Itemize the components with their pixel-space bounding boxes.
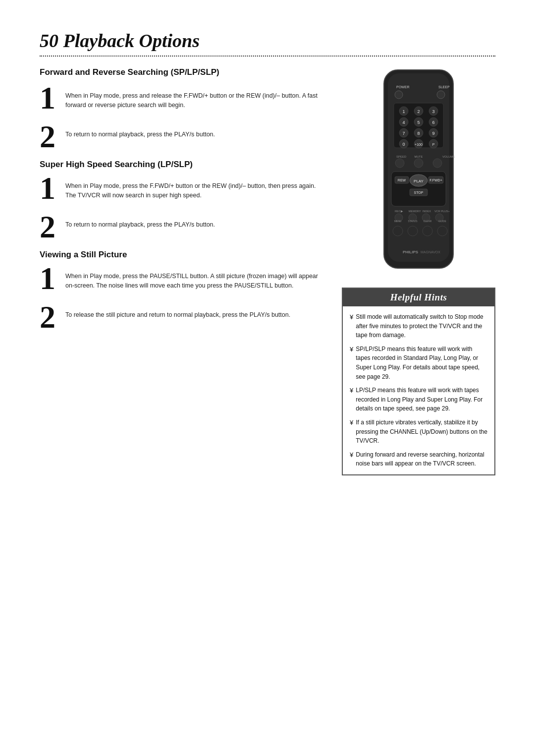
hint-text: During forward and reverse searching, ho… <box>356 450 487 468</box>
svg-text:2: 2 <box>417 109 420 114</box>
remote-control-image: POWER SLEEP 1 2 3 4 5 6 <box>364 67 473 276</box>
svg-text:MEMORY: MEMORY <box>409 210 421 213</box>
svg-point-3 <box>395 91 403 99</box>
hint-bullet: ¥ <box>350 450 353 468</box>
step-text: When in Play mode, press the PAUSE/STILL… <box>65 263 322 291</box>
step-text: To release the still picture and return … <box>65 301 290 320</box>
section-heading-forward-reverse: Forward and Reverse Searching (SP/LP/SLP… <box>40 67 322 77</box>
step-2-forward: 2 To return to normal playback, press th… <box>40 121 322 153</box>
step-text: To return to normal playback, press the … <box>65 121 215 139</box>
helpful-hints-body: ¥ Still mode will automatically switch t… <box>343 306 494 474</box>
hint-item: ¥ LP/SLP means this feature will work wi… <box>350 386 487 413</box>
hint-bullet: ¥ <box>350 386 353 413</box>
hint-item: ¥ Still mode will automatically switch t… <box>350 312 487 340</box>
svg-text:MUTE: MUTE <box>415 155 423 158</box>
hint-item: ¥ If a still picture vibrates vertically… <box>350 418 487 446</box>
svg-point-54 <box>393 226 403 236</box>
svg-text:7: 7 <box>402 131 405 136</box>
svg-text:SLEEP: SLEEP <box>438 85 450 89</box>
step-1-super: 1 When in Play mode, press the F.FWD/+ b… <box>40 173 322 204</box>
hint-bullet: ¥ <box>350 418 353 446</box>
svg-text:MENU: MENU <box>394 220 402 223</box>
svg-text:PHILIPS: PHILIPS <box>403 250 419 254</box>
svg-point-36 <box>433 159 442 168</box>
main-layout: Forward and Reverse Searching (SP/LP/SLP… <box>40 67 495 475</box>
svg-text:P: P <box>432 143 435 146</box>
hint-text: Still mode will automatically switch to … <box>356 312 487 340</box>
svg-text:REC▶: REC▶ <box>395 210 403 213</box>
left-column: Forward and Reverse Searching (SP/LP/SLP… <box>40 67 322 475</box>
section-divider <box>40 56 495 57</box>
hint-bullet: ¥ <box>350 345 353 381</box>
svg-point-5 <box>437 91 445 99</box>
svg-text:9: 9 <box>432 131 434 136</box>
step-number: 1 <box>40 263 59 294</box>
hint-text: If a still picture vibrates vertically, … <box>356 418 487 446</box>
svg-text:0: 0 <box>402 142 405 147</box>
svg-text:CLEAR: CLEAR <box>424 220 432 223</box>
step-number: 1 <box>40 173 59 204</box>
section-heading-still: Viewing a Still Picture <box>40 250 322 260</box>
svg-text:PLAY: PLAY <box>414 179 424 183</box>
svg-text:INDEX: INDEX <box>423 210 431 213</box>
svg-point-32 <box>395 159 404 168</box>
svg-text:6: 6 <box>432 120 434 125</box>
svg-text:5: 5 <box>417 120 420 125</box>
hint-item: ¥ SP/LP/SLP means this feature will work… <box>350 345 487 381</box>
step-1-still: 1 When in Play mode, press the PAUSE/STI… <box>40 263 322 294</box>
svg-text:STATUS: STATUS <box>408 220 418 223</box>
svg-point-57 <box>437 226 447 236</box>
svg-text:GUIDE: GUIDE <box>438 220 447 223</box>
step-number: 2 <box>40 121 59 153</box>
hint-item: ¥ During forward and reverse searching, … <box>350 450 487 468</box>
svg-point-55 <box>408 226 418 236</box>
svg-text:3: 3 <box>432 109 434 114</box>
svg-text:SPEED: SPEED <box>396 155 407 158</box>
step-text: When in Play mode, press the F.FWD/+ but… <box>65 173 322 201</box>
step-number: 2 <box>40 301 59 333</box>
svg-text:REW: REW <box>398 178 406 182</box>
page-title: 50 Playback Options <box>40 30 495 52</box>
svg-point-56 <box>423 226 432 236</box>
svg-text:+100: +100 <box>415 143 423 146</box>
step-text: To return to normal playback, press the … <box>65 211 215 230</box>
svg-text:VCR PLUS+: VCR PLUS+ <box>434 210 450 213</box>
svg-text:8: 8 <box>417 131 420 136</box>
helpful-hints-title: Helpful Hints <box>343 289 494 306</box>
step-1-forward: 1 When in Play mode, press and release t… <box>40 82 322 114</box>
svg-text:POWER: POWER <box>396 85 409 89</box>
step-number: 2 <box>40 211 59 243</box>
svg-text:1: 1 <box>402 109 405 114</box>
svg-text:MAGNAVOX: MAGNAVOX <box>421 250 440 254</box>
svg-point-34 <box>414 159 423 168</box>
svg-text:VOLUME: VOLUME <box>442 155 455 158</box>
step-2-still: 2 To release the still picture and retur… <box>40 301 322 333</box>
step-text: When in Play mode, press and release the… <box>65 82 322 111</box>
section-heading-super-high: Super High Speed Searching (LP/SLP) <box>40 160 322 170</box>
right-column: POWER SLEEP 1 2 3 4 5 6 <box>342 67 495 475</box>
hint-text: SP/LP/SLP means this feature will work w… <box>356 345 487 381</box>
svg-text:STOP: STOP <box>414 191 424 194</box>
step-number: 1 <box>40 82 59 114</box>
svg-text:F.FWD+: F.FWD+ <box>429 178 442 182</box>
step-2-super: 2 To return to normal playback, press th… <box>40 211 322 243</box>
svg-text:4: 4 <box>402 120 405 125</box>
hint-text: LP/SLP means this feature will work with… <box>356 386 487 413</box>
hint-bullet: ¥ <box>350 312 353 340</box>
helpful-hints-box: Helpful Hints ¥ Still mode will automati… <box>342 288 495 475</box>
